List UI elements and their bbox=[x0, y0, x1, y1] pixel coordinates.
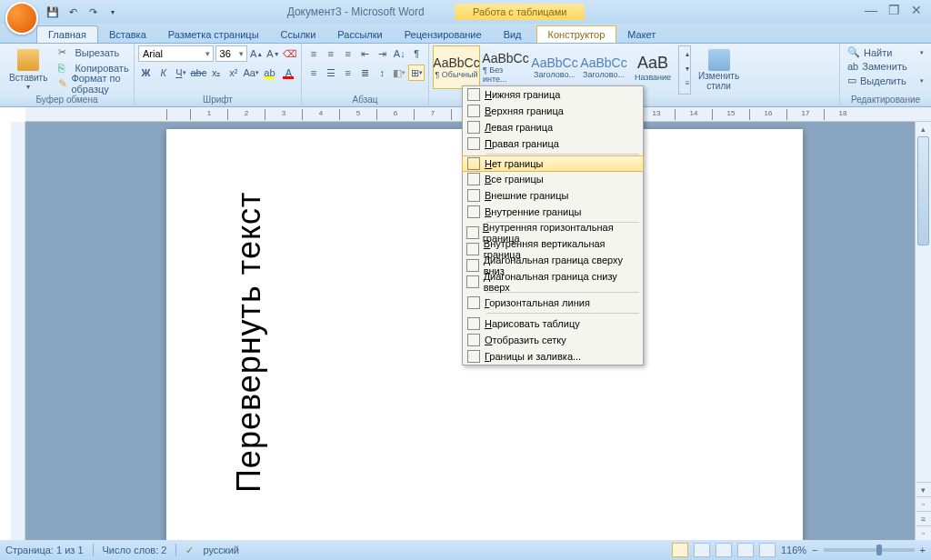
vertical-scrollbar[interactable]: ▴ ▾ ◦ ≡ ◦ bbox=[915, 122, 931, 540]
show-marks-button[interactable]: ¶ bbox=[408, 45, 425, 62]
subscript-button[interactable]: x₂ bbox=[208, 65, 224, 81]
borders-menu-item[interactable]: Диагональная граница снизу вверх bbox=[463, 274, 643, 290]
align-right-button[interactable]: ≡ bbox=[340, 65, 356, 81]
status-language[interactable]: русский bbox=[203, 545, 238, 555]
replace-button[interactable]: abЗаменить bbox=[844, 60, 927, 73]
tab-mailings[interactable]: Рассылки bbox=[326, 26, 393, 43]
border-icon bbox=[466, 275, 479, 288]
strikethrough-button[interactable]: abc bbox=[190, 65, 206, 81]
highlight-button[interactable]: ab bbox=[261, 65, 278, 81]
align-center-button[interactable]: ☰ bbox=[323, 65, 339, 81]
status-words[interactable]: Число слов: 2 bbox=[103, 545, 167, 555]
border-icon bbox=[467, 88, 480, 101]
tab-insert[interactable]: Вставка bbox=[98, 26, 157, 43]
borders-menu-item[interactable]: Горизонтальная линия bbox=[463, 295, 643, 311]
scroll-thumb[interactable] bbox=[917, 136, 929, 245]
numbering-button[interactable]: ≡ bbox=[323, 45, 339, 62]
print-layout-view-button[interactable] bbox=[672, 543, 688, 557]
cut-button[interactable]: Вырезать bbox=[55, 45, 132, 60]
font-size-combo[interactable]: 36 bbox=[215, 45, 247, 62]
borders-button[interactable]: ⊞▾ bbox=[408, 65, 425, 81]
border-icon bbox=[467, 121, 480, 134]
borders-menu-item[interactable]: Все границы bbox=[463, 171, 643, 187]
redo-icon[interactable]: ↷ bbox=[85, 5, 100, 19]
bullets-button[interactable]: ≡ bbox=[305, 45, 322, 62]
border-icon bbox=[467, 317, 480, 330]
tab-review[interactable]: Рецензирование bbox=[394, 26, 493, 43]
paragraph-group-label: Абзац bbox=[305, 95, 425, 106]
format-painter-button[interactable]: Формат по образцу bbox=[55, 76, 132, 91]
qat-more-icon[interactable]: ▾ bbox=[105, 5, 120, 19]
full-screen-view-button[interactable] bbox=[694, 543, 710, 557]
save-icon[interactable]: 💾 bbox=[45, 5, 60, 19]
grow-font-button[interactable]: A▲ bbox=[249, 45, 264, 62]
tab-view[interactable]: Вид bbox=[493, 26, 533, 43]
style-no-spacing[interactable]: AaBbCc¶ Без инте... bbox=[482, 45, 529, 89]
borders-menu-item[interactable]: Внешние границы bbox=[463, 187, 643, 204]
paste-button[interactable]: Вставить ▾ bbox=[4, 45, 53, 95]
scroll-down-icon[interactable]: ▾ bbox=[916, 482, 931, 496]
clear-formatting-button[interactable]: ⌫ bbox=[283, 45, 297, 62]
minimize-icon[interactable]: — bbox=[865, 3, 877, 17]
style-title[interactable]: АаВНазвание bbox=[629, 45, 676, 89]
shrink-font-button[interactable]: A▼ bbox=[265, 45, 280, 62]
tab-layout[interactable]: Макет bbox=[616, 26, 666, 43]
tab-design[interactable]: Конструктор bbox=[536, 25, 617, 43]
style-normal[interactable]: AaBbCc¶ Обычный bbox=[433, 45, 480, 89]
font-color-button[interactable]: A bbox=[280, 65, 297, 81]
justify-button[interactable]: ≣ bbox=[357, 65, 374, 81]
superscript-button[interactable]: x² bbox=[225, 65, 241, 81]
zoom-in-button[interactable]: + bbox=[920, 545, 926, 555]
select-button[interactable]: ▭Выделить▾ bbox=[844, 74, 927, 87]
line-spacing-button[interactable]: ↕ bbox=[374, 65, 390, 81]
next-page-icon[interactable]: ◦ bbox=[916, 525, 931, 540]
prev-page-icon[interactable]: ◦ bbox=[916, 496, 931, 511]
style-heading1[interactable]: AaBbCcЗаголово... bbox=[531, 45, 578, 89]
close-icon[interactable]: ✕ bbox=[911, 3, 922, 17]
find-button[interactable]: 🔍Найти▾ bbox=[844, 45, 927, 59]
zoom-slider[interactable] bbox=[824, 548, 915, 552]
sort-button[interactable]: A↓ bbox=[391, 45, 407, 62]
document-text[interactable]: Перевернуть текст bbox=[230, 129, 268, 493]
scroll-up-icon[interactable]: ▴ bbox=[916, 122, 931, 136]
browse-object-icon[interactable]: ≡ bbox=[916, 511, 931, 525]
font-name-combo[interactable]: Arial bbox=[138, 45, 214, 62]
undo-icon[interactable]: ↶ bbox=[65, 5, 80, 19]
multilevel-button[interactable]: ≡ bbox=[340, 45, 356, 62]
status-page[interactable]: Страница: 1 из 1 bbox=[5, 545, 84, 555]
zoom-out-button[interactable]: − bbox=[812, 545, 817, 555]
change-case-button[interactable]: Aa▾ bbox=[243, 65, 258, 81]
restore-icon[interactable]: ❐ bbox=[888, 3, 900, 17]
borders-menu-item[interactable]: Внутренние границы bbox=[463, 204, 643, 220]
bold-button[interactable]: Ж bbox=[138, 65, 154, 81]
tab-home[interactable]: Главная bbox=[36, 25, 98, 43]
shading-button[interactable]: ◧▾ bbox=[391, 65, 407, 81]
tab-page-layout[interactable]: Разметка страницы bbox=[157, 26, 270, 43]
italic-button[interactable]: К bbox=[155, 65, 171, 81]
brush-icon bbox=[58, 77, 67, 90]
style-heading2[interactable]: AaBbCcЗаголово... bbox=[580, 45, 627, 89]
border-icon bbox=[467, 296, 480, 309]
increase-indent-button[interactable]: ⇥ bbox=[374, 45, 390, 62]
vertical-ruler[interactable] bbox=[11, 122, 25, 540]
underline-button[interactable]: Ч▾ bbox=[173, 65, 188, 81]
window-title: Документ3 - Microsoft Word bbox=[287, 5, 425, 18]
borders-menu-item[interactable]: Нижняя граница bbox=[463, 86, 643, 103]
change-styles-button[interactable]: Изменить стили bbox=[693, 45, 745, 95]
spellcheck-icon[interactable]: ✓ bbox=[185, 545, 194, 556]
web-layout-view-button[interactable] bbox=[716, 543, 732, 557]
align-left-button[interactable]: ≡ bbox=[305, 65, 322, 81]
decrease-indent-button[interactable]: ⇤ bbox=[357, 45, 374, 62]
borders-menu-item[interactable]: Границы и заливка... bbox=[463, 348, 643, 365]
borders-menu-item[interactable]: Нарисовать таблицу bbox=[463, 315, 643, 332]
status-zoom[interactable]: 116% bbox=[781, 545, 806, 555]
borders-menu-item[interactable]: Нет границы bbox=[462, 155, 644, 172]
borders-menu-item[interactable]: Правая граница bbox=[463, 135, 643, 152]
office-button[interactable] bbox=[5, 2, 38, 35]
draft-view-button[interactable] bbox=[759, 543, 776, 557]
tab-references[interactable]: Ссылки bbox=[270, 26, 327, 43]
outline-view-button[interactable] bbox=[737, 543, 754, 557]
borders-menu-item[interactable]: Левая граница bbox=[463, 119, 643, 135]
borders-menu-item[interactable]: Верхняя граница bbox=[463, 103, 643, 119]
borders-menu-item[interactable]: Отобразить сетку bbox=[463, 332, 643, 348]
